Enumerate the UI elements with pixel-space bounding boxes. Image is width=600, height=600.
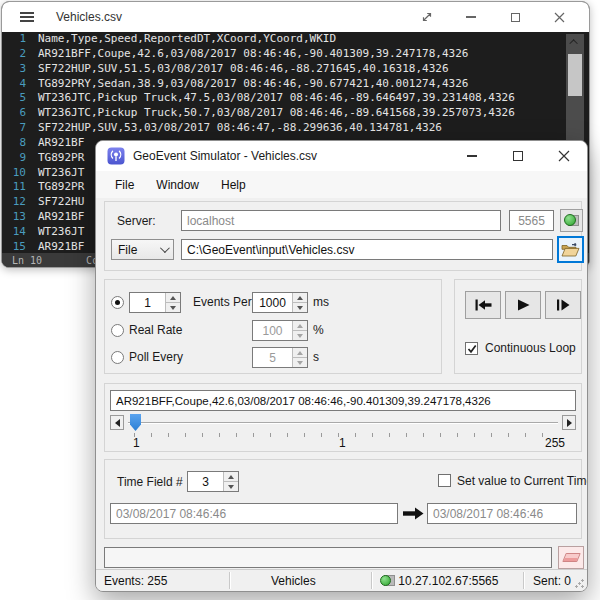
geoevent-logo-icon (107, 147, 125, 165)
sent-count-status: Sent: 0 (533, 574, 571, 588)
continuous-loop-label: Continuous Loop (485, 341, 576, 355)
playback-group: Continuous Loop (454, 279, 582, 374)
ms-unit-label: ms (313, 295, 329, 309)
percent-unit-label: % (313, 323, 324, 337)
eraser-icon (562, 553, 581, 562)
real-rate-label: Real Rate (129, 323, 182, 337)
code-line: 6WT236JTC,Pickup Truck,50.7,03/08/2017 0… (2, 106, 589, 121)
slider-track[interactable] (128, 422, 558, 424)
close-icon[interactable] (537, 2, 581, 32)
simulator-statusbar: Events: 255 Vehicles 10.27.102.67:5565 S… (96, 569, 587, 591)
menu-window[interactable]: Window (145, 173, 210, 197)
events-per-label: Events Per (193, 295, 252, 309)
poll-every-radio[interactable] (111, 351, 124, 364)
play-icon (517, 299, 530, 311)
slider-max-label: 255 (545, 436, 565, 450)
slider-left-button[interactable] (110, 415, 124, 430)
scroll-up-icon[interactable] (566, 34, 584, 50)
port-input[interactable] (509, 210, 554, 231)
continuous-loop-checkbox[interactable] (465, 342, 478, 355)
menu-file[interactable]: File (104, 173, 145, 197)
maximize-icon[interactable] (495, 141, 541, 171)
file-path-input[interactable] (181, 239, 553, 260)
spin-down-icon[interactable] (293, 302, 307, 312)
events-count-status: Events: 255 (104, 574, 167, 588)
resize-grip[interactable] (575, 579, 584, 588)
rate-group: 1 Events Per 1000 ms Real Rate 100 % Pol… (104, 279, 442, 374)
server-input[interactable] (181, 210, 501, 231)
hamburger-menu-icon[interactable] (20, 9, 34, 24)
spin-up-icon[interactable] (166, 293, 180, 302)
menubar: File Window Help (96, 171, 587, 198)
geoevent-simulator-window: GeoEvent Simulator - Vehicles.csv File W… (95, 140, 588, 592)
poll-every-label: Poll Every (129, 350, 183, 364)
skip-back-icon (475, 299, 492, 311)
simulator-title: GeoEvent Simulator - Vehicles.csv (133, 149, 317, 163)
code-line: 4TG892PRY,Sedan,38.9,03/08/2017 08:46:46… (2, 77, 589, 92)
spin-up-icon[interactable] (293, 293, 307, 302)
set-current-time-label: Set value to Current Time (457, 474, 588, 488)
simulator-titlebar: GeoEvent Simulator - Vehicles.csv (96, 141, 587, 171)
real-rate-spinner: 100 (252, 320, 308, 341)
code-line: 3SF722HUP,SUV,51.5,03/08/2017 08:46:46,-… (2, 62, 589, 77)
open-folder-icon (561, 242, 580, 257)
step-forward-button[interactable] (545, 291, 581, 319)
connection-group: Server: File (104, 201, 582, 271)
slider-ticks (134, 433, 559, 437)
spin-down-icon[interactable] (224, 481, 238, 491)
arrow-left-icon (115, 419, 120, 427)
checkmark-icon (467, 344, 477, 354)
slider-right-button[interactable] (562, 415, 576, 430)
preview-group: 1 1 255 (104, 383, 582, 452)
source-type-dropdown[interactable]: File (111, 239, 174, 260)
connected-led-icon (380, 574, 395, 587)
step-to-start-button[interactable] (465, 291, 501, 319)
events-count-spinner[interactable]: 1 (129, 292, 181, 313)
connected-led-icon (564, 214, 576, 226)
poll-spinner: 5 (252, 347, 308, 368)
browse-file-button[interactable] (557, 236, 584, 263)
server-label: Server: (117, 214, 156, 228)
editor-title: Vehicles.csv (56, 10, 122, 24)
seconds-unit-label: s (313, 350, 319, 364)
maximize-icon[interactable] (493, 2, 537, 32)
events-per-radio[interactable] (111, 296, 124, 309)
simulation-name-status: Vehicles (271, 574, 316, 588)
server-address-status: 10.27.102.67:5565 (380, 574, 498, 588)
slider-current-label: 1 (339, 436, 346, 450)
clear-button[interactable] (558, 546, 584, 569)
slider-min-label: 1 (133, 436, 140, 450)
code-line: 7SF722HUP,SUV,53,03/08/2017 08:46:47,-88… (2, 121, 589, 136)
target-time-input[interactable] (427, 503, 577, 524)
line-indicator: Ln 10 (12, 255, 42, 266)
arrow-right-icon (567, 419, 572, 427)
set-current-time-checkbox[interactable] (438, 474, 451, 487)
connect-button[interactable] (560, 209, 583, 232)
slider-thumb[interactable] (130, 414, 141, 431)
code-line: 1Name,Type,Speed,ReportedDT,XCoord,YCoor… (2, 32, 589, 47)
spin-up-icon[interactable] (224, 472, 238, 481)
close-icon[interactable] (541, 141, 587, 171)
time-field-spinner[interactable]: 3 (187, 471, 239, 492)
code-line: 2AR921BFF,Coupe,42.6,03/08/2017 08:46:46… (2, 47, 589, 62)
time-field-label: Time Field # (117, 475, 183, 489)
restore-icon[interactable] (405, 2, 449, 32)
play-button[interactable] (505, 291, 541, 319)
progress-field (104, 547, 552, 568)
desktop: Vehicles.csv 1Name,Type,Speed,ReportedDT… (0, 0, 600, 600)
step-icon (556, 299, 570, 311)
minimize-icon[interactable] (449, 141, 495, 171)
editor-titlebar: Vehicles.csv (2, 2, 589, 32)
minimize-icon[interactable] (449, 2, 493, 32)
arrow-right-icon (403, 507, 424, 520)
code-line: 5WT236JTC,Pickup Truck,47.5,03/08/2017 0… (2, 91, 589, 106)
menu-help[interactable]: Help (210, 173, 257, 197)
current-event-input[interactable] (110, 390, 576, 411)
source-time-input[interactable] (110, 503, 398, 524)
real-rate-radio[interactable] (111, 324, 124, 337)
time-field-group: Time Field # 3 Set value to Current Time (104, 459, 582, 539)
interval-spinner[interactable]: 1000 (252, 292, 308, 313)
chevron-down-icon (160, 243, 170, 253)
scrollbar-thumb[interactable] (568, 54, 582, 96)
spin-down-icon[interactable] (166, 302, 180, 312)
